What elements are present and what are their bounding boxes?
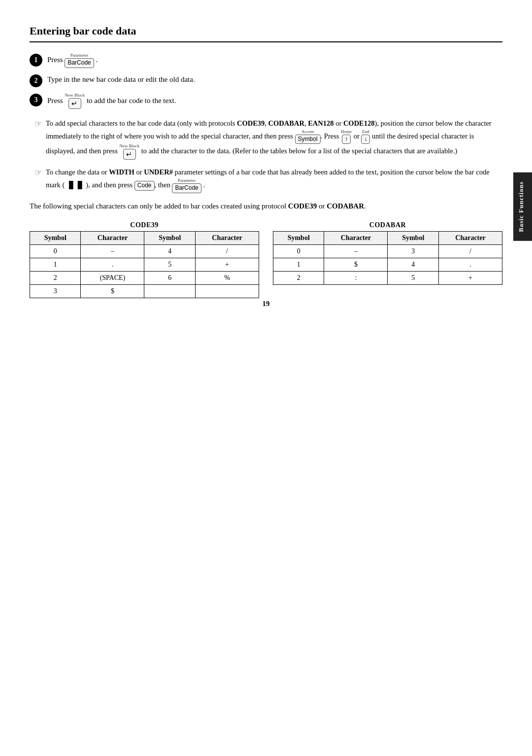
newblock-enter-wrap: New Block↵ <box>119 144 139 160</box>
step-1-number: 1 <box>30 54 42 67</box>
cell: 3 <box>30 284 81 298</box>
cell: 5 <box>144 258 195 271</box>
code39-table: Symbol Character Symbol Character 0 – 4 … <box>30 231 259 298</box>
step-2-text: Type in the new bar code data or edit th… <box>47 74 502 85</box>
code39-col-symbol1: Symbol <box>30 231 81 244</box>
note-2-row: ☞ To change the data or WIDTH or UNDER# … <box>30 167 502 193</box>
note-2-text: To change the data or WIDTH or UNDER# pa… <box>46 167 502 193</box>
cell: 0 <box>273 244 324 258</box>
cell <box>195 284 259 298</box>
page-title: Entering bar code data <box>30 25 502 42</box>
cell: + <box>195 258 259 271</box>
step-2-number: 2 <box>30 74 42 87</box>
step-1-text: Press Parameter BarCode . <box>47 53 502 68</box>
table-row: 2 : 5 + <box>273 271 502 284</box>
barcode-key-wrap: Parameter BarCode <box>65 53 94 68</box>
cell: 2 <box>273 271 324 284</box>
cell: / <box>438 244 502 258</box>
cell: $ <box>81 284 144 298</box>
up-key-wrap: Home↑ <box>341 130 352 144</box>
cell: 2 <box>30 271 81 284</box>
step-3-number: 3 <box>30 94 42 106</box>
down-key-wrap: End↓ <box>361 130 370 144</box>
cell: 4 <box>388 258 438 271</box>
newblock-label2: New Block <box>119 144 139 148</box>
table-row: 0 – 3 / <box>273 244 502 258</box>
codabar-col-char2: Character <box>438 231 502 244</box>
cell: 0 <box>30 244 81 258</box>
cell: (SPACE) <box>81 271 144 284</box>
barcode-key2-wrap: ParameterBarCode <box>172 178 201 193</box>
enter-key: ↵ <box>68 98 81 109</box>
table-divider <box>259 221 273 298</box>
code39-col-char2: Character <box>195 231 259 244</box>
cell: – <box>81 244 144 258</box>
page-container: Basic Functions Entering bar code data 1… <box>0 0 532 323</box>
note-1-row: ☞ To add special characters to the bar c… <box>30 118 502 160</box>
note-1-text: To add special characters to the bar cod… <box>46 118 502 160</box>
step-2-row: 2 Type in the new bar code data or edit … <box>30 74 502 87</box>
code39-col-symbol2: Symbol <box>144 231 195 244</box>
enter-key-wrap: New Block ↵ <box>65 93 85 109</box>
parameter-label: Parameter <box>70 53 88 58</box>
enter-arrow-icon: ↵ <box>71 99 77 108</box>
code39-block: CODE39 Symbol Character Symbol Character… <box>30 221 259 298</box>
cell: . <box>438 258 502 271</box>
cell: 1 <box>273 258 324 271</box>
notes-container: ☞ To add special characters to the bar c… <box>30 118 502 193</box>
table-row: 1 $ 4 . <box>273 258 502 271</box>
code39-header-row: Symbol Character Symbol Character <box>30 231 259 244</box>
codabar-col-symbol1: Symbol <box>273 231 324 244</box>
cell: 6 <box>144 271 195 284</box>
accent-label: Accent <box>301 130 314 134</box>
cell: 3 <box>388 244 438 258</box>
cell: . <box>81 258 144 271</box>
enter-arrow2-icon: ↵ <box>126 150 132 159</box>
page-number: 19 <box>263 300 270 308</box>
cell: 1 <box>30 258 81 271</box>
step-3-text: Press New Block ↵ to add the bar code to… <box>47 93 502 109</box>
cell: 5 <box>388 271 438 284</box>
table-row: 2 (SPACE) 6 % <box>30 271 259 284</box>
codabar-table: Symbol Character Symbol Character 0 – 3 … <box>273 231 502 285</box>
codabar-col-char1: Character <box>324 231 388 244</box>
step-3-row: 3 Press New Block ↵ to add the bar code … <box>30 93 502 109</box>
code-key: Code <box>134 181 155 191</box>
codabar-col-symbol2: Symbol <box>388 231 438 244</box>
cell: : <box>324 271 388 284</box>
enter-key2: ↵ <box>123 149 136 160</box>
codabar-block: CODABAR Symbol Character Symbol Characte… <box>273 221 502 298</box>
down-key: ↓ <box>361 135 370 144</box>
cell: $ <box>324 258 388 271</box>
barcode-mark: ▐▌▐▌ <box>66 181 84 189</box>
barcode-key2: BarCode <box>172 183 201 193</box>
symbol-key: Symbol <box>295 135 321 144</box>
tables-section: CODE39 Symbol Character Symbol Character… <box>30 221 502 298</box>
table-row: 3 $ <box>30 284 259 298</box>
cell: – <box>324 244 388 258</box>
barcode-key: BarCode <box>65 58 94 68</box>
step-1-row: 1 Press Parameter BarCode . <box>30 53 502 68</box>
cell: % <box>195 271 259 284</box>
home-label: Home <box>341 130 352 134</box>
code39-col-char1: Character <box>81 231 144 244</box>
table-row: 0 – 4 / <box>30 244 259 258</box>
steps-container: 1 Press Parameter BarCode . 2 Type in th… <box>30 53 502 109</box>
table-row: 1 . 5 + <box>30 258 259 271</box>
code39-title: CODE39 <box>30 221 259 229</box>
parameter-label2: Parameter <box>178 178 196 183</box>
protocol-intro-text: The following special characters can onl… <box>30 200 502 212</box>
codabar-title: CODABAR <box>273 221 502 229</box>
note-2-icon: ☞ <box>34 168 42 178</box>
cell <box>144 284 195 298</box>
new-block-label: New Block <box>65 93 85 98</box>
cell: 4 <box>144 244 195 258</box>
tables-wrapper: CODE39 Symbol Character Symbol Character… <box>30 221 502 298</box>
accent-symbol-key-wrap: AccentSymbol <box>295 130 321 144</box>
note-1-icon: ☞ <box>34 119 42 129</box>
end-label: End <box>362 130 369 134</box>
sidebar-tab: Basic Functions <box>513 172 532 241</box>
up-key: ↑ <box>342 135 351 144</box>
cell: + <box>438 271 502 284</box>
codabar-header-row: Symbol Character Symbol Character <box>273 231 502 244</box>
